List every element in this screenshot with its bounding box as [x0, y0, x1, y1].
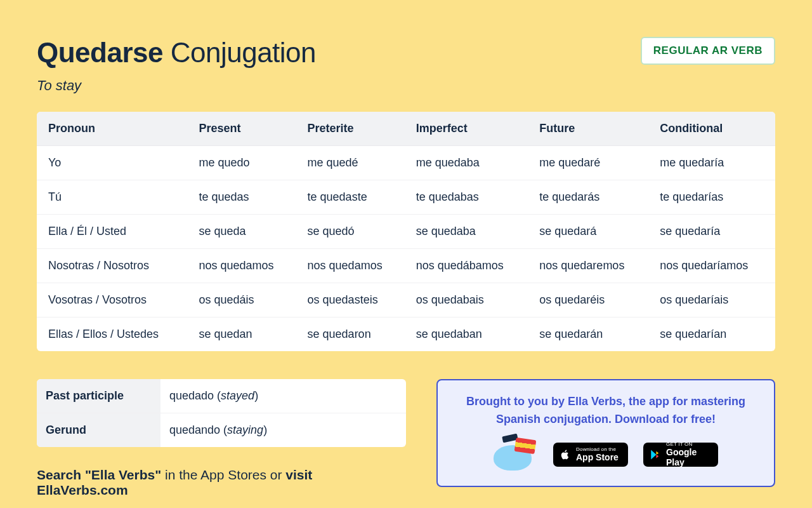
- page-title: Quedarse Conjugation: [37, 37, 316, 69]
- table-cell: nos quedaríamos: [651, 249, 775, 283]
- table-row: Túte quedaste quedastete quedabaste qued…: [37, 180, 775, 215]
- column-header: Future: [530, 112, 651, 146]
- table-cell: Ellas / Ellos / Ustedes: [37, 318, 190, 352]
- column-header: Pronoun: [37, 112, 190, 146]
- table-cell: nos quedaremos: [530, 249, 651, 283]
- bottom-row: Past participle quedado (stayed) Gerund …: [37, 379, 775, 498]
- gerund-row: Gerund quedando (staying): [37, 413, 406, 448]
- table-cell: nos quedábamos: [407, 249, 531, 283]
- past-participle-value: quedado (stayed): [160, 379, 406, 413]
- table-cell: os quedaríais: [651, 283, 775, 318]
- table-cell: se quedaba: [407, 215, 531, 249]
- column-header: Imperfect: [407, 112, 531, 146]
- column-header: Preterite: [299, 112, 407, 146]
- table-cell: se quedan: [190, 318, 298, 352]
- app-store-badge[interactable]: Download on the App Store: [553, 443, 628, 467]
- search-middle: in the App Stores or: [161, 467, 285, 482]
- table-cell: os quedabais: [407, 283, 531, 318]
- table-row: Ellas / Ellos / Ustedesse quedanse queda…: [37, 318, 775, 352]
- table-cell: os quedasteis: [299, 283, 407, 318]
- title-block: Quedarse Conjugation To stay: [37, 37, 316, 94]
- table-cell: os quedáis: [190, 283, 298, 318]
- table-cell: me quedaba: [407, 146, 531, 180]
- table-cell: te quedarías: [651, 180, 775, 215]
- header-row: Quedarse Conjugation To stay REGULAR AR …: [37, 37, 775, 94]
- table-cell: me quedé: [299, 146, 407, 180]
- gerund-value: quedando (staying): [160, 413, 406, 448]
- table-cell: me quedo: [190, 146, 298, 180]
- table-cell: se quedaría: [651, 215, 775, 249]
- table-cell: te quedaste: [299, 180, 407, 215]
- table-row: Vosotras / Vosotrosos quedáisos quedaste…: [37, 283, 775, 318]
- table-cell: Tú: [37, 180, 190, 215]
- apple-icon: [559, 448, 572, 462]
- table-cell: se quedarían: [651, 318, 775, 352]
- promo-text: Brought to you by Ella Verbs, the app fo…: [453, 393, 759, 429]
- table-cell: se quedaban: [407, 318, 531, 352]
- search-instruction: Search "Ella Verbs" in the App Stores or…: [37, 467, 406, 498]
- table-cell: se quedarán: [530, 318, 651, 352]
- column-header: Present: [190, 112, 298, 146]
- gerund-label: Gerund: [37, 413, 160, 448]
- conjugation-table: PronounPresentPreteriteImperfectFutureCo…: [37, 112, 775, 351]
- table-cell: te quedarás: [530, 180, 651, 215]
- table-cell: se quedaron: [299, 318, 407, 352]
- left-column: Past participle quedado (stayed) Gerund …: [37, 379, 406, 498]
- table-cell: me quedaré: [530, 146, 651, 180]
- verb-type-badge: REGULAR AR VERB: [641, 37, 775, 65]
- table-cell: os quedaréis: [530, 283, 651, 318]
- table-row: Ella / Él / Ustedse quedase quedóse qued…: [37, 215, 775, 249]
- table-row: Yome quedome quedéme quedabame quedaréme…: [37, 146, 775, 180]
- conjugation-table-wrap: PronounPresentPreteriteImperfectFutureCo…: [37, 112, 775, 351]
- table-row: Nosotras / Nosotrosnos quedamosnos queda…: [37, 249, 775, 283]
- google-play-badge[interactable]: GET IT ON Google Play: [643, 443, 718, 467]
- table-cell: me quedaría: [651, 146, 775, 180]
- past-participle-label: Past participle: [37, 379, 160, 413]
- table-cell: te quedabas: [407, 180, 531, 215]
- promo-icons-row: Download on the App Store GET IT ON Goog…: [453, 439, 759, 471]
- table-cell: se queda: [190, 215, 298, 249]
- title-suffix: Conjugation: [163, 37, 316, 68]
- table-cell: Nosotras / Nosotros: [37, 249, 190, 283]
- promo-box: Brought to you by Ella Verbs, the app fo…: [436, 379, 775, 487]
- past-participle-row: Past participle quedado (stayed): [37, 379, 406, 413]
- table-cell: se quedó: [299, 215, 407, 249]
- ella-mascot-icon: [494, 439, 538, 471]
- table-cell: Vosotras / Vosotros: [37, 283, 190, 318]
- table-cell: te quedas: [190, 180, 298, 215]
- table-cell: nos quedamos: [299, 249, 407, 283]
- search-prefix: Search "Ella Verbs": [37, 467, 161, 482]
- table-cell: Yo: [37, 146, 190, 180]
- google-play-icon: [649, 448, 662, 462]
- column-header: Conditional: [651, 112, 775, 146]
- table-cell: nos quedamos: [190, 249, 298, 283]
- verb-name: Quedarse: [37, 37, 163, 68]
- verb-translation: To stay: [37, 77, 316, 94]
- table-cell: se quedará: [530, 215, 651, 249]
- table-cell: Ella / Él / Usted: [37, 215, 190, 249]
- verb-forms-table: Past participle quedado (stayed) Gerund …: [37, 379, 406, 447]
